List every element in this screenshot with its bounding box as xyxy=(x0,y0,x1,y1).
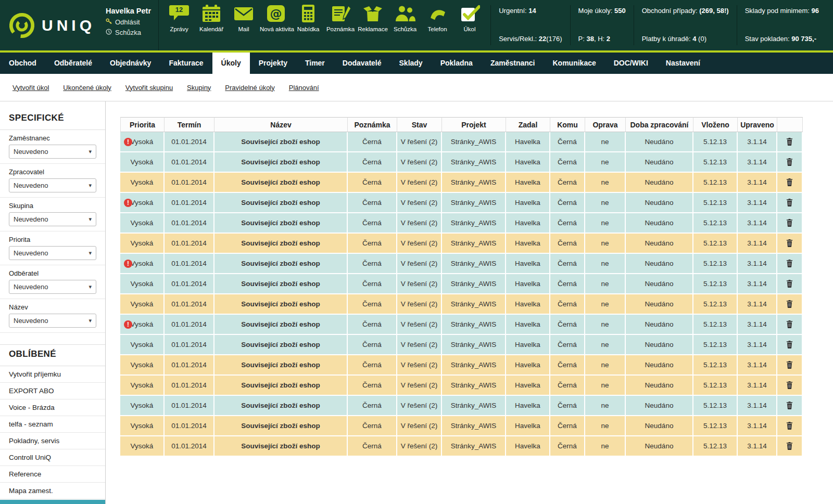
logout-link[interactable]: Odhlásit xyxy=(106,18,151,26)
tab-objednavky[interactable]: Objednávky xyxy=(101,53,160,74)
tab-ukoly[interactable]: Úkoly xyxy=(212,53,250,74)
column-header-upraveno[interactable]: Upraveno xyxy=(738,117,777,132)
toolbar-item-ukol[interactable]: Úkol xyxy=(453,5,486,32)
cell-poznamka: Černá xyxy=(348,335,397,355)
filter-select-priorita[interactable]: Neuvedeno▾ xyxy=(9,246,96,260)
column-header-oprava[interactable]: Oprava xyxy=(585,117,626,132)
filter-select-skupina[interactable]: Neuvedeno▾ xyxy=(9,212,96,226)
delete-row-button[interactable] xyxy=(784,279,795,289)
favorite-item-pokladny-servis[interactable]: Pokladny, servis xyxy=(0,433,105,449)
table-row[interactable]: Vysoká01.01.2014Související zboží eshopČ… xyxy=(120,173,803,193)
table-row[interactable]: Vysoká01.01.2014Související zboží eshopČ… xyxy=(120,416,803,436)
user-name: Havelka Petr xyxy=(106,7,151,15)
delete-row-button[interactable] xyxy=(784,137,795,147)
table-row[interactable]: !Vysoká01.01.2014Související zboží eshop… xyxy=(120,254,803,274)
table-row[interactable]: Vysoká01.01.2014Související zboží eshopČ… xyxy=(120,152,803,173)
toolbar-item-kalendar[interactable]: Kalendář xyxy=(195,5,228,32)
table-row[interactable]: Vysoká01.01.2014Související zboží eshopČ… xyxy=(120,335,803,355)
table-row[interactable]: Vysoká01.01.2014Související zboží eshopČ… xyxy=(120,234,803,254)
column-header-priorita[interactable]: Priorita xyxy=(120,117,165,132)
cell-stav: V řešení (2) xyxy=(397,274,442,294)
subnav-link-skupiny[interactable]: Skupiny xyxy=(187,84,211,92)
table-row[interactable]: !Vysoká01.01.2014Související zboží eshop… xyxy=(120,315,803,335)
tab-doc-wiki[interactable]: DOC/WIKI xyxy=(605,53,657,74)
toolbar-item-poznamka[interactable]: Poznámka xyxy=(324,5,357,32)
delete-row-button[interactable] xyxy=(784,340,795,350)
toolbar-item-nabidka[interactable]: Nabídka xyxy=(292,5,324,32)
toolbar-item-zpravy[interactable]: 12Zprávy xyxy=(163,5,195,32)
delete-row-button[interactable] xyxy=(784,421,795,431)
tab-fakturace[interactable]: Fakturace xyxy=(160,53,212,74)
tab-komunikace[interactable]: Komunikace xyxy=(544,53,605,74)
column-header-nazev[interactable]: Název xyxy=(214,117,348,132)
cell-projekt: Stránky_AWIS xyxy=(442,213,506,234)
tab-zamestnanci[interactable]: Zaměstnanci xyxy=(482,53,544,74)
table-row[interactable]: Vysoká01.01.2014Související zboží eshopČ… xyxy=(120,436,803,457)
column-header-poznamka[interactable]: Poznámka xyxy=(348,117,397,132)
table-row[interactable]: !Vysoká01.01.2014Související zboží eshop… xyxy=(120,132,803,152)
column-header-doba[interactable]: Doba zpracování xyxy=(626,117,693,132)
tab-dodavatele[interactable]: Dodavatelé xyxy=(334,53,390,74)
favorite-item-export-abo[interactable]: EXPORT ABO xyxy=(0,383,105,399)
filter-select-odberatel[interactable]: Neuvedeno▾ xyxy=(9,280,96,294)
table-row[interactable]: Vysoká01.01.2014Související zboží eshopČ… xyxy=(120,213,803,234)
subnav-link-ukoncene-ukoly[interactable]: Ukončené úkoly xyxy=(63,84,111,92)
delete-row-button[interactable] xyxy=(784,259,795,268)
subnav-link-vytvorit-skupinu[interactable]: Vytvořit skupinu xyxy=(125,84,173,92)
delete-row-button[interactable] xyxy=(784,319,795,329)
column-header-actions[interactable] xyxy=(777,117,803,132)
subnav-link-vytvorit-ukol[interactable]: Vytvořit úkol xyxy=(12,84,49,92)
chevron-down-icon: ▾ xyxy=(89,216,92,223)
toolbar-item-telefon[interactable]: Telefon xyxy=(421,5,453,32)
subnav-link-pravidelne-ukoly[interactable]: Pravidelné úkoly xyxy=(225,84,274,92)
delete-row-button[interactable] xyxy=(784,380,795,390)
delete-row-button[interactable] xyxy=(784,441,795,451)
delete-row-button[interactable] xyxy=(784,177,795,187)
cell-actions xyxy=(777,213,803,234)
table-row[interactable]: Vysoká01.01.2014Související zboží eshopČ… xyxy=(120,294,803,315)
delete-row-button[interactable] xyxy=(784,157,795,167)
column-header-komu[interactable]: Komu xyxy=(550,117,585,132)
favorite-item-reference[interactable]: Reference xyxy=(0,466,105,483)
tab-odberatele[interactable]: Odběratelé xyxy=(45,53,101,74)
app-logo[interactable]: UNIQ xyxy=(0,0,104,50)
favorite-item-vytvorit-prijemku[interactable]: Vytvořit příjemku xyxy=(0,366,105,383)
filter-select-zamestnanec[interactable]: Neuvedeno▾ xyxy=(9,145,96,159)
filter-select-nazev[interactable]: Neuvedeno▾ xyxy=(9,314,96,328)
delete-row-button[interactable] xyxy=(784,218,795,228)
delete-row-button[interactable] xyxy=(784,400,795,410)
toolbar-item-mail[interactable]: Mail xyxy=(228,5,260,32)
subnav-link-planovani[interactable]: Plánování xyxy=(289,84,319,92)
tab-obchod[interactable]: Obchod xyxy=(0,53,45,74)
toolbar-item-nova-aktivita[interactable]: @Nová aktivita xyxy=(260,5,292,32)
tab-pokladna[interactable]: Pokladna xyxy=(432,53,482,74)
sidebar-partial-item[interactable] xyxy=(0,500,105,504)
column-header-projekt[interactable]: Projekt xyxy=(442,117,506,132)
filter-select-zpracovatel[interactable]: Neuvedeno▾ xyxy=(9,178,96,192)
favorite-item-mapa-zamest[interactable]: Mapa zamest. xyxy=(0,483,105,499)
column-header-termin[interactable]: Termín xyxy=(165,117,214,132)
tab-projekty[interactable]: Projekty xyxy=(250,53,296,74)
favorite-item-controll-uniq[interactable]: Controll UniQ xyxy=(0,449,105,466)
toolbar-item-reklamace[interactable]: Reklamace xyxy=(357,5,389,32)
column-header-vlozeno[interactable]: Vloženo xyxy=(693,117,738,132)
favorite-item-telfa-seznam[interactable]: telfa - seznam xyxy=(0,416,105,433)
tab-timer[interactable]: Timer xyxy=(296,53,334,74)
delete-row-button[interactable] xyxy=(784,360,795,370)
tab-nastaveni[interactable]: Nastavení xyxy=(657,53,709,74)
delete-row-button[interactable] xyxy=(784,299,795,309)
table-row[interactable]: Vysoká01.01.2014Související zboží eshopČ… xyxy=(120,274,803,294)
table-row[interactable]: !Vysoká01.01.2014Související zboží eshop… xyxy=(120,193,803,213)
delete-row-button[interactable] xyxy=(784,238,795,248)
column-header-zadal[interactable]: Zadal xyxy=(506,117,550,132)
header-stats-column: Urgentní: 14Servis/Rekl.: 22(176) xyxy=(490,5,570,45)
toolbar-item-schuzka[interactable]: Schůzka xyxy=(389,5,421,32)
table-row[interactable]: Vysoká01.01.2014Související zboží eshopČ… xyxy=(120,376,803,396)
table-row[interactable]: Vysoká01.01.2014Související zboží eshopČ… xyxy=(120,396,803,416)
table-row[interactable]: Vysoká01.01.2014Související zboží eshopČ… xyxy=(120,355,803,376)
tab-sklady[interactable]: Sklady xyxy=(390,53,432,74)
meeting-link[interactable]: Schůzka xyxy=(106,29,151,36)
favorite-item-voice-brazda[interactable]: Voice - Brázda xyxy=(0,399,105,416)
delete-row-button[interactable] xyxy=(784,198,795,208)
column-header-stav[interactable]: Stav xyxy=(397,117,442,132)
